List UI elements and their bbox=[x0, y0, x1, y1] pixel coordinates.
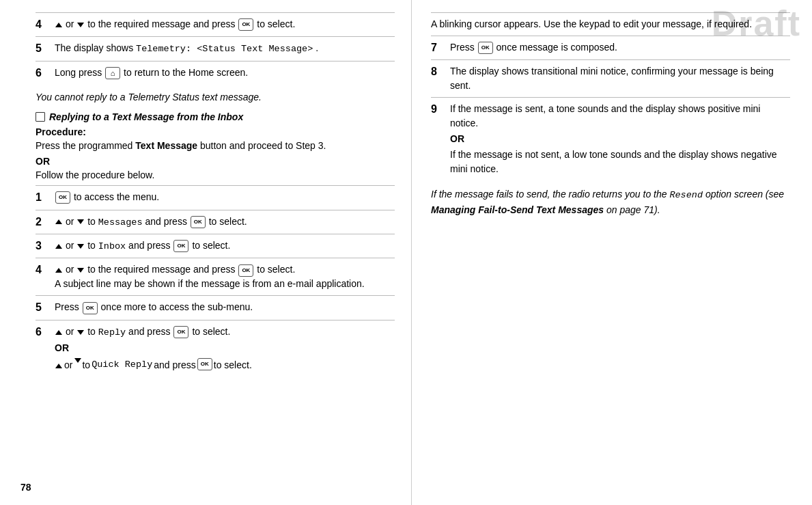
step-text-after: once more to access the sub-menu. bbox=[101, 301, 253, 312]
step-text: to bbox=[87, 216, 98, 227]
arrow-down-icon bbox=[77, 244, 84, 249]
step-text: Long press bbox=[55, 67, 104, 78]
step-row: 4 or to the required message and press O… bbox=[36, 258, 395, 295]
step-content: OK to access the menu. bbox=[55, 190, 395, 204]
sub-step-text-end: to select. bbox=[214, 358, 252, 372]
step-text: Press bbox=[450, 42, 477, 53]
step-text: The display shows bbox=[55, 42, 136, 53]
monospace-text: Quick Reply bbox=[92, 358, 152, 372]
step-text: If the message is sent, a tone sounds an… bbox=[450, 103, 760, 128]
step-number: 3 bbox=[36, 238, 51, 254]
arrow-up-icon bbox=[55, 330, 62, 335]
ok-button-icon: OK bbox=[197, 358, 212, 370]
italic-note: You cannot reply to a Telemetry Status t… bbox=[36, 90, 395, 105]
arrow-up-icon bbox=[55, 244, 62, 249]
ok-button-icon: OK bbox=[191, 216, 206, 228]
arrow-up-icon bbox=[55, 219, 62, 224]
monospace-text: Telemetry: <Status Text Message> bbox=[136, 44, 313, 54]
intro-text: A blinking cursor appears. Use the keypa… bbox=[431, 12, 790, 36]
step-content: Press OK once more to access the sub-men… bbox=[55, 300, 395, 314]
or-text: or bbox=[66, 216, 76, 227]
procedure-label: Procedure: bbox=[36, 126, 395, 137]
step-extra-text: A subject line may be shown if the messa… bbox=[55, 278, 365, 289]
left-column: 4 or to the required message and press O… bbox=[0, 0, 412, 505]
step-number: 7 bbox=[431, 40, 446, 55]
step-text: to bbox=[87, 326, 98, 337]
step-content: or to the required message and press OK … bbox=[55, 17, 395, 31]
step-text-after: and press bbox=[128, 326, 173, 337]
step-content: or to Messages and press OK to select. bbox=[55, 215, 395, 230]
step-content: If the message is sent, a tone sounds an… bbox=[450, 102, 790, 176]
sub-step-text: to bbox=[82, 358, 90, 372]
step-text-end: to select. bbox=[257, 18, 295, 29]
sub-or-text: or bbox=[64, 358, 72, 372]
arrow-down-icon bbox=[74, 358, 81, 363]
step-content: or to Inbox and press OK to select. bbox=[55, 238, 395, 254]
or-label: OR bbox=[450, 132, 790, 146]
or-text: or bbox=[66, 264, 76, 275]
step-text: Press bbox=[55, 301, 82, 312]
step-text: to the required message and press bbox=[87, 264, 238, 275]
step-row: 8 The display shows transitional mini no… bbox=[431, 59, 790, 97]
step-row: 2 or to Messages and press OK to select. bbox=[36, 210, 395, 234]
step-text-after: and press bbox=[145, 216, 189, 227]
or-text: or bbox=[66, 240, 76, 251]
arrow-up-icon bbox=[55, 358, 63, 372]
step-or-text: If the message is not sent, a low tone s… bbox=[450, 149, 777, 174]
ok-button-icon: OK bbox=[83, 302, 98, 314]
step-content: The display shows transitional mini noti… bbox=[450, 64, 790, 93]
page-number: 78 bbox=[8, 471, 38, 493]
step-text-end: . bbox=[316, 42, 318, 53]
step-text: to the required message and press bbox=[87, 18, 238, 29]
step-content: or to the required message and press OK … bbox=[55, 262, 395, 291]
ok-button-icon: OK bbox=[238, 264, 253, 277]
arrow-down-icon bbox=[77, 23, 84, 27]
step-number: 6 bbox=[36, 325, 51, 340]
step-text: to access the menu. bbox=[74, 191, 159, 202]
arrow-down-icon bbox=[77, 268, 84, 273]
step-text: to bbox=[87, 240, 98, 251]
arrow-up-icon bbox=[55, 268, 62, 273]
monospace-text: Messages bbox=[98, 217, 143, 228]
or-label: OR bbox=[36, 156, 395, 167]
sub-step-text-after: and press bbox=[154, 358, 195, 372]
section-icon bbox=[36, 112, 45, 122]
step-text: The display shows transitional mini noti… bbox=[450, 66, 774, 91]
step-content: Press OK once message is composed. bbox=[450, 40, 790, 55]
arrow-up-icon bbox=[55, 23, 62, 27]
resend-mono-text: Resend bbox=[669, 190, 703, 200]
step-row: 5 The display shows Telemetry: <Status T… bbox=[36, 36, 395, 60]
monospace-text: Inbox bbox=[98, 241, 126, 251]
section-header: Replying to a Text Message from the Inbo… bbox=[36, 111, 395, 122]
step-row: 1 OK to access the menu. bbox=[36, 185, 395, 209]
step-number: 4 bbox=[36, 262, 51, 277]
step-content: The display shows Telemetry: <Status Tex… bbox=[55, 41, 395, 56]
step-content: Long press ⌂ to return to the Home scree… bbox=[55, 66, 395, 80]
step-text-after: to return to the Home screen. bbox=[124, 67, 248, 78]
step-number: 5 bbox=[36, 41, 51, 56]
step-content: or to Reply and press OK to select. OR o… bbox=[55, 325, 395, 374]
step-number: 8 bbox=[431, 64, 446, 79]
step-text-end: to select. bbox=[209, 216, 247, 227]
step-number: 9 bbox=[431, 102, 446, 117]
step-row: 4 or to the required message and press O… bbox=[36, 12, 395, 36]
step-row: 3 or to Inbox and press OK to select. bbox=[36, 234, 395, 258]
step-number: 5 bbox=[36, 300, 51, 315]
procedure-text: Follow the procedure below. bbox=[36, 168, 395, 182]
right-column: A blinking cursor appears. Use the keypa… bbox=[412, 0, 812, 505]
step-number: 6 bbox=[36, 66, 51, 81]
or-sublabel: OR bbox=[55, 341, 395, 355]
step-row: 7 Press OK once message is composed. bbox=[431, 36, 790, 59]
step-number: 2 bbox=[36, 215, 51, 230]
ok-button-icon: OK bbox=[238, 18, 253, 31]
step-text-after: and press bbox=[128, 240, 173, 251]
step-number: 1 bbox=[36, 190, 51, 205]
arrow-down-icon bbox=[77, 330, 84, 335]
step-text-after: once message is composed. bbox=[496, 42, 617, 53]
step-row: 6 Long press ⌂ to return to the Home scr… bbox=[36, 61, 395, 85]
monospace-text: Reply bbox=[98, 327, 126, 338]
ok-button-icon: OK bbox=[478, 42, 493, 54]
step-row: 6 or to Reply and press OK to select. OR… bbox=[36, 320, 395, 378]
or-text: or bbox=[66, 326, 76, 337]
section-title: Replying to a Text Message from the Inbo… bbox=[49, 111, 243, 122]
